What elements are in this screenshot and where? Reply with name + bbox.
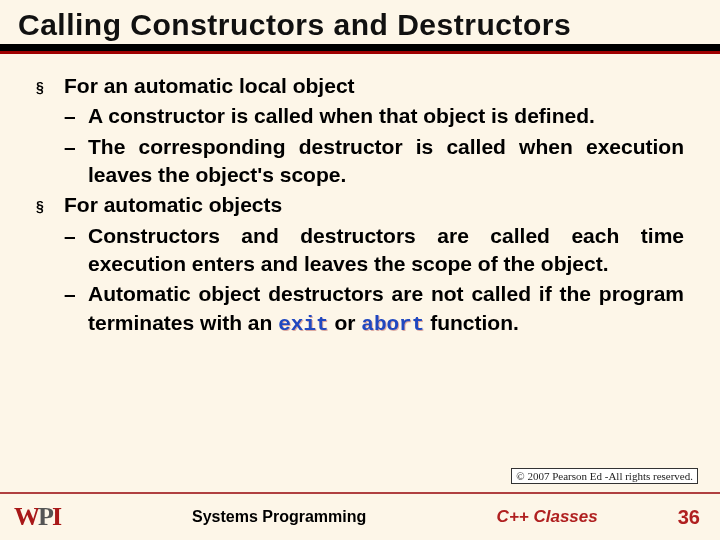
sub-bullet-text: A constructor is called when that object… [88,102,684,130]
bullet-text: For an automatic local object [64,72,684,100]
bullet-marker: § [36,191,64,219]
sub-bullet-text: Constructors and destructors are called … [88,222,684,279]
footer-course: Systems Programming [102,508,497,526]
wpi-logo: W P I [14,502,62,532]
logo-letter-w: W [14,502,40,532]
slide-footer: W P I Systems Programming C++ Classes 36 [0,492,720,540]
footer-topic: C++ Classes [497,507,598,527]
sub-bullet-marker: – [64,133,88,190]
slide-body: §For an automatic local object–A constru… [0,54,720,339]
footer-page-number: 36 [678,506,700,529]
bullet-text: For automatic objects [64,191,684,219]
bullet-item: §For an automatic local object [36,72,684,100]
sub-bullet-marker: – [64,222,88,279]
sub-bullet-item: –Constructors and destructors are called… [36,222,684,279]
sub-bullet-item: –Automatic object destructors are not ca… [36,280,684,339]
sub-bullet-marker: – [64,102,88,130]
sub-bullet-marker: – [64,280,88,339]
sub-bullet-item: –A constructor is called when that objec… [36,102,684,130]
keyword: abort [361,313,424,336]
keyword: exit [278,313,328,336]
slide-title: Calling Constructors and Destructors [18,8,702,42]
copyright-notice: © 2007 Pearson Ed -All rights reserved. [511,468,698,484]
bullet-item: §For automatic objects [36,191,684,219]
sub-bullet-item: –The corresponding destructor is called … [36,133,684,190]
bullet-marker: § [36,72,64,100]
title-underline [0,44,720,54]
sub-bullet-text: The corresponding destructor is called w… [88,133,684,190]
sub-bullet-text: Automatic object destructors are not cal… [88,280,684,339]
logo-letter-i: I [52,502,62,532]
